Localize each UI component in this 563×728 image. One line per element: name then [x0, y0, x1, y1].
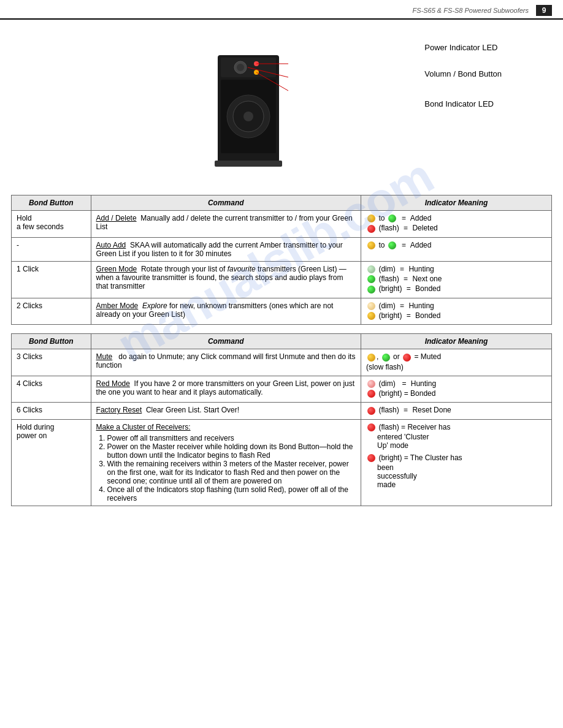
led-green	[388, 241, 396, 249]
command-cell: Mute do again to Unmute; any Click comma…	[91, 349, 361, 376]
svg-point-4	[243, 112, 253, 121]
command-underline: Add / Delete	[96, 214, 137, 222]
led-amber	[367, 354, 375, 362]
command-underline: Factory Reset	[96, 406, 142, 414]
led-amber	[367, 214, 375, 222]
command-cell: Auto Add SKAA will automatically add the…	[91, 237, 361, 261]
led-amber-bright	[367, 312, 375, 320]
bond-cell: 4 Clicks	[12, 376, 91, 403]
led-green	[382, 354, 390, 362]
svg-rect-13	[215, 161, 282, 167]
diagram-section: Power Indicator LED Volumn / Bond Button…	[0, 20, 563, 195]
led-red	[403, 354, 411, 362]
page-header: FS-S65 & FS-S8 Powered Subwoofers 9	[0, 0, 563, 20]
cluster-step-4: Once all of the Indicators stop flashing…	[107, 485, 356, 502]
bond-cell: 2 Clicks	[12, 298, 91, 325]
table-row: 1 Click Green Mode Rotate through your l…	[12, 261, 552, 298]
table1-header-bond: Bond Button	[12, 195, 91, 211]
table2-header-indicator: Indicator Meaning	[361, 334, 552, 349]
command-cell: Red Mode If you have 2 or more transmitt…	[91, 376, 361, 403]
indicator-cell: to = Added (flash) = Deleted	[361, 211, 552, 238]
label-volumn-bond: Volumn / Bond Button	[424, 69, 502, 78]
led-green	[367, 275, 375, 283]
table1-header-command: Command	[91, 195, 361, 211]
led-red-bright2	[367, 454, 375, 462]
table-row: - Auto Add SKAA will automatically add t…	[12, 237, 552, 261]
indicator-cell: (flash) = Receiver has entered 'ClusterU…	[361, 419, 552, 506]
indicator-cell: (dim) = Hunting (flash) = Next one (brig…	[361, 261, 552, 298]
table-row: 2 Clicks Amber Mode Explore for new, unk…	[12, 298, 552, 325]
led-green-dim	[367, 265, 375, 273]
led-red-dim	[367, 380, 375, 388]
page-title: FS-S65 & FS-S8 Powered Subwoofers	[412, 7, 529, 14]
tables-section: Bond Button Command Indicator Meaning Ho…	[0, 195, 563, 526]
command-underline: Auto Add	[96, 241, 126, 249]
led-amber	[367, 241, 375, 249]
table2-header-command: Command	[91, 334, 361, 349]
cluster-step-3: With the remaining receivers within 3 me…	[107, 460, 356, 485]
led-red-bright	[367, 390, 375, 398]
command-underline: Make a Cluster of Receivers:	[96, 423, 191, 431]
svg-point-7	[237, 64, 244, 71]
table1-header-indicator: Indicator Meaning	[361, 195, 552, 211]
indicator-cell: to = Added	[361, 237, 552, 261]
indicator-cell: (dim) = Hunting (bright) = Bonded	[361, 376, 552, 403]
cluster-step-1: Power off all transmitters and receivers	[107, 434, 356, 442]
led-amber-dim	[367, 302, 375, 310]
page-number: 9	[536, 5, 552, 16]
command-cell: Green Mode Rotate through your list of f…	[91, 261, 361, 298]
command-underline: Red Mode	[96, 379, 130, 388]
indicator-cell: , or = Muted (slow flash)	[361, 349, 552, 376]
table-1: Bond Button Command Indicator Meaning Ho…	[11, 195, 552, 325]
led-red-flash	[367, 423, 375, 431]
label-power-led: Power Indicator LED	[424, 43, 502, 52]
led-green-bright	[367, 286, 375, 294]
bond-cell: 6 Clicks	[12, 403, 91, 419]
indicator-cell: (dim) = Hunting (bright) = Bonded	[361, 298, 552, 325]
command-cell: Add / Delete Manually add / delete the c…	[91, 211, 361, 238]
command-cell: Make a Cluster of Receivers: Power off a…	[91, 419, 361, 506]
device-illustration	[209, 49, 288, 169]
bond-cell: -	[12, 237, 91, 261]
indicator-cell: (flash) = Reset Done	[361, 403, 552, 419]
table-2: Bond Button Command Indicator Meaning 3 …	[11, 333, 552, 506]
table-row: 6 Clicks Factory Reset Clear Green List.…	[12, 403, 552, 419]
label-bond-indicator: Bond Indicator LED	[424, 99, 502, 108]
command-underline: Mute	[96, 352, 113, 361]
command-underline: Green Mode	[96, 265, 137, 273]
table2-header-bond: Bond Button	[12, 334, 91, 349]
table-row: Holda few seconds Add / Delete Manually …	[12, 211, 552, 238]
led-red	[367, 225, 375, 233]
cluster-step-2: Power on the Master receiver while holdi…	[107, 442, 356, 460]
table-row: 4 Clicks Red Mode If you have 2 or more …	[12, 376, 552, 403]
bond-cell: Hold duringpower on	[12, 419, 91, 506]
table-row: 3 Clicks Mute do again to Unmute; any Cl…	[12, 349, 552, 376]
command-underline: Amber Mode	[96, 301, 139, 310]
bond-cell: Holda few seconds	[12, 211, 91, 238]
led-green	[388, 214, 396, 222]
command-cell: Factory Reset Clear Green List. Start Ov…	[91, 403, 361, 419]
bond-cell: 3 Clicks	[12, 349, 91, 376]
command-cell: Amber Mode Explore for new, unknown tran…	[91, 298, 361, 325]
bond-cell: 1 Click	[12, 261, 91, 298]
table-row: Hold duringpower on Make a Cluster of Re…	[12, 419, 552, 506]
led-red	[367, 407, 375, 415]
